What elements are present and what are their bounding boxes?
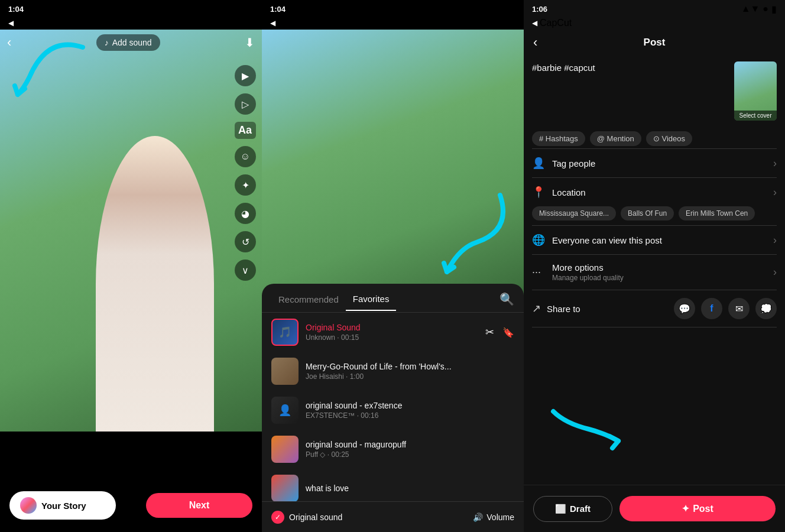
location-title: Location xyxy=(552,187,773,197)
wifi-icon-3: ● xyxy=(763,4,768,14)
location-chip-2[interactable]: Balls Of Fun xyxy=(621,206,674,220)
list-item[interactable]: Merry-Go-Round of Life - from 'Howl's...… xyxy=(262,352,524,391)
draft-icon: ⬜ xyxy=(555,504,566,514)
effects-tool-button[interactable]: ✦ xyxy=(235,174,256,196)
list-item[interactable]: original sound - maguropuff Puff ◇ · 00:… xyxy=(262,430,524,469)
location-row[interactable]: 📍 Location › xyxy=(524,178,785,206)
play-tool-button[interactable]: ▷ xyxy=(235,93,256,115)
tag-people-row[interactable]: 👤 Tag people › xyxy=(524,149,785,177)
music-note-icon: ♪ xyxy=(105,38,109,47)
hashtag-chip[interactable]: # Hashtags xyxy=(532,131,585,146)
cyan-arrow-2 xyxy=(441,183,512,280)
tab-recommended[interactable]: Recommended xyxy=(271,294,346,310)
right-tools: ▶ ▷ Aa ☺ ✦ ◕ ↺ ∨ xyxy=(235,65,256,281)
volume-label: Volume xyxy=(486,512,514,522)
filter-tool-button[interactable]: ◕ xyxy=(235,203,256,224)
download-button[interactable]: ⬇ xyxy=(245,35,255,50)
sound-meta-magu: Puff ◇ · 00:25 xyxy=(306,450,514,459)
sound-thumb-howl xyxy=(271,358,299,385)
bottom-bar-1: Your Story Next xyxy=(0,479,262,532)
person-icon: 👤 xyxy=(532,157,546,170)
bookmark-icon[interactable]: 🔖 xyxy=(502,327,514,338)
privacy-row[interactable]: 🌐 Everyone can view this post › xyxy=(524,226,785,254)
cut-icon[interactable]: ✂ xyxy=(485,326,494,339)
status-time-1: 1:04 xyxy=(8,5,24,14)
orig-sound-text: Original sound xyxy=(289,512,342,522)
back-arrow-capcut-3: ◀ xyxy=(532,19,537,27)
wifi-icon-1: ● xyxy=(239,4,245,14)
battery-icon-3: ▮ xyxy=(771,4,777,15)
share-to-label: Share to xyxy=(547,304,674,314)
capcut-bar-2: ◀ CapCut xyxy=(262,17,524,30)
post-label: Post xyxy=(693,504,713,514)
more-icon: ··· xyxy=(532,266,546,278)
next-button[interactable]: Next xyxy=(146,493,252,518)
sound-meta-howl: Joe Hisaishi · 1:00 xyxy=(306,372,514,381)
adjust-tool-button[interactable]: ↺ xyxy=(235,231,256,252)
location-chip-3[interactable]: Erin Mills Town Cen xyxy=(679,206,755,220)
battery-icon-1: ▮ xyxy=(248,4,254,15)
sound-search-button[interactable]: 🔍 xyxy=(499,292,514,312)
text-tool-button[interactable]: Aa xyxy=(235,122,256,139)
share-social-icons: 💬 f ✉ 💭 xyxy=(674,298,777,319)
message-button[interactable]: 💭 xyxy=(755,298,777,319)
whatsapp-button[interactable]: 💬 xyxy=(674,298,695,319)
divider-6 xyxy=(532,327,777,327)
facebook-icon: f xyxy=(710,303,713,314)
draft-button[interactable]: ⬜ Draft xyxy=(533,496,612,522)
messenger-button[interactable]: ✉ xyxy=(728,298,750,319)
sound-info-original: Original Sound Unknown · 00:15 xyxy=(306,323,478,342)
status-icons-2: ▲▼ ● ▮ xyxy=(480,4,515,15)
post-button[interactable]: ✦ Post xyxy=(619,496,776,521)
videos-chip[interactable]: ⊙ Videos xyxy=(646,131,692,146)
location-chips: Mississauga Square... Balls Of Fun Erin … xyxy=(524,206,785,225)
back-button-3[interactable]: ‹ xyxy=(533,35,537,50)
your-story-avatar xyxy=(20,497,37,514)
clip-tool-button[interactable]: ▶ xyxy=(235,65,256,86)
sound-tabs: Recommended Favorites 🔍 xyxy=(262,284,524,313)
more-title: More options xyxy=(552,262,773,273)
battery-icon-2: ▮ xyxy=(510,4,515,15)
list-item[interactable]: 👤 original sound - ex7stence EX7STENCE™ … xyxy=(262,391,524,430)
hashtag-chip-label: # Hashtags xyxy=(539,134,578,143)
more-tools-button[interactable]: ∨ xyxy=(235,259,256,281)
mention-chip[interactable]: @ Mention xyxy=(590,131,641,146)
chevron-right-icon-tag: › xyxy=(773,157,777,170)
more-options-row[interactable]: ··· More options Manage upload quality › xyxy=(524,255,785,290)
cyan-arrow-3 xyxy=(541,400,624,461)
list-item[interactable]: 🎵 Original Sound Unknown · 00:15 ✂ 🔖 xyxy=(262,313,524,352)
location-chip-1[interactable]: Mississauga Square... xyxy=(532,206,616,220)
more-subtitle: Manage upload quality xyxy=(552,274,773,282)
whatsapp-icon: 💬 xyxy=(679,303,690,314)
back-button-1[interactable]: ‹ xyxy=(7,35,11,50)
sticker-tool-button[interactable]: ☺ xyxy=(235,146,256,167)
back-arrow-capcut-2: ◀ xyxy=(270,19,275,27)
sound-info-magu: original sound - maguropuff Puff ◇ · 00:… xyxy=(306,440,514,459)
tab-favorites[interactable]: Favorites xyxy=(346,294,397,311)
more-content: More options Manage upload quality xyxy=(552,262,773,282)
sound-title-love: what is love xyxy=(306,484,514,493)
share-icon: ↗ xyxy=(532,302,541,315)
status-bar-3: 1:06 ▲▼ ● ▮ xyxy=(524,0,785,17)
post-header: ‹ Post xyxy=(524,30,785,56)
capcut-bar-1: ◀ CapCut xyxy=(0,17,262,30)
phone-3: 1:06 ▲▼ ● ▮ ◀ CapCut ‹ Post #barbie #cap… xyxy=(524,0,785,532)
capcut-label-2: CapCut xyxy=(278,18,310,28)
post-content-area: #barbie #capcut Select cover xyxy=(524,56,785,126)
add-sound-button[interactable]: ♪ Add sound xyxy=(96,34,160,51)
sound-thumb-magu xyxy=(271,436,299,463)
message-icon: 💭 xyxy=(760,303,772,314)
capcut-label-1: CapCut xyxy=(16,18,48,28)
signal-icon-3: ▲▼ xyxy=(741,4,760,14)
cover-thumbnail[interactable]: Select cover xyxy=(734,61,777,121)
volume-button[interactable]: 🔊 Volume xyxy=(473,512,514,522)
caption-input-area[interactable]: #barbie #capcut xyxy=(532,61,727,121)
globe-icon: 🌐 xyxy=(532,233,546,246)
privacy-content: Everyone can view this post xyxy=(552,235,773,245)
phone-2: 1:04 ▲▼ ● ▮ ◀ CapCut Recommended Favorit… xyxy=(262,0,524,532)
your-story-button[interactable]: Your Story xyxy=(9,491,116,520)
sound-thumb-ex7: 👤 xyxy=(271,397,299,424)
signal-icon-2: ▲▼ xyxy=(480,4,499,14)
facebook-button[interactable]: f xyxy=(701,298,722,319)
status-bar-2: 1:04 ▲▼ ● ▮ xyxy=(262,0,524,17)
